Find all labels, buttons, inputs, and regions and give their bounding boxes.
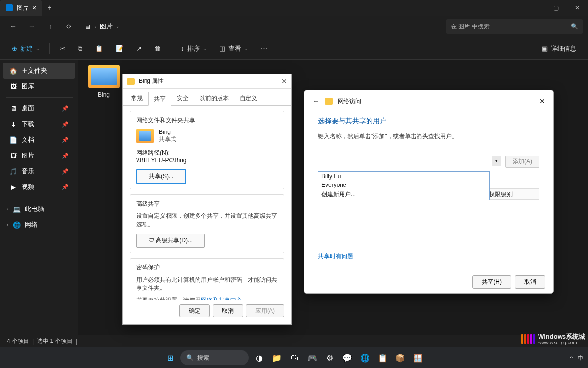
sidebar-item-home[interactable]: 🏠主文件夹 [3, 63, 75, 79]
search-input[interactable]: 在 图片 中搜索 🔍 [446, 19, 583, 34]
share-button[interactable]: 共享(S)... [136, 169, 186, 184]
close-tab-icon[interactable]: × [32, 4, 36, 12]
taskbar-app[interactable]: 📦 [393, 350, 408, 365]
share-button[interactable]: ↗ [131, 41, 147, 56]
rename-button[interactable]: 📝 [111, 41, 128, 56]
monitor-icon: 🖥 [84, 23, 91, 30]
dialog-tabs: 常规 共享 安全 以前的版本 自定义 [123, 89, 291, 106]
document-icon: 📄 [10, 136, 17, 143]
up-button[interactable]: ↑ [42, 19, 59, 34]
sidebar-item-music[interactable]: 🎵音乐📌 [3, 163, 75, 179]
dialog-titlebar[interactable]: ← 网络访问 ✕ [304, 90, 553, 112]
separator [6, 97, 73, 98]
col-permission[interactable]: 权限级别 [485, 189, 539, 199]
back-button[interactable]: ← [5, 19, 22, 34]
tab-security[interactable]: 安全 [172, 92, 194, 105]
new-tab-button[interactable]: + [42, 3, 56, 12]
dropdown-option[interactable]: Everyone [318, 181, 489, 189]
ok-button[interactable]: 确定 [179, 304, 210, 317]
taskbar-app[interactable]: 📋 [375, 350, 390, 365]
dialog-hint: 键入名称，然后单击"添加"，或者单击箭头查找用户。 [318, 132, 539, 141]
cancel-button[interactable]: 取消 [515, 275, 545, 289]
breadcrumb-item[interactable]: 图片 [100, 22, 113, 31]
close-window-button[interactable]: ✕ [566, 4, 588, 11]
system-tray[interactable]: ^ 中 [570, 354, 583, 362]
folder-icon [325, 98, 333, 105]
taskbar-app[interactable]: 💬 [340, 350, 355, 365]
window-tab[interactable]: 图片 × [0, 0, 42, 16]
user-input[interactable] [318, 156, 492, 166]
tab-sharing[interactable]: 共享 [148, 92, 171, 106]
view-button[interactable]: ◫ 查看 ⌄ [215, 41, 253, 56]
sidebar-item-network[interactable]: ›🌐网络 [0, 217, 78, 233]
sidebar-item-documents[interactable]: 📄文档📌 [3, 132, 75, 148]
item-name: Bing [159, 129, 176, 135]
back-icon[interactable]: ← [312, 97, 320, 105]
user-input-row: ▾ 添加(A) [318, 156, 539, 168]
new-button[interactable]: ⊕ 新建 ⌄ [7, 41, 45, 56]
add-button[interactable]: 添加(A) [505, 156, 539, 168]
details-icon: ▣ [542, 45, 548, 52]
sidebar-item-pictures[interactable]: 🖼图片📌 [3, 148, 75, 163]
user-combobox[interactable]: ▾ [318, 156, 501, 166]
navigation-bar: ← → ↑ ⟳ 🖥 › 图片 › 在 图片 中搜索 🔍 [0, 16, 588, 37]
minimize-button[interactable]: — [523, 4, 545, 11]
chevron-right-icon: › [95, 24, 96, 29]
sort-button[interactable]: ↕ 排序 ⌄ [176, 41, 212, 56]
tray-lang-icon[interactable]: 中 [578, 354, 583, 362]
taskbar-app[interactable]: 🌐 [358, 350, 372, 365]
more-button[interactable]: ⋯ [256, 41, 272, 56]
dropdown-option[interactable]: Billy Fu [318, 172, 489, 181]
group-heading: 密码保护 [136, 263, 278, 272]
refresh-button[interactable]: ⟳ [61, 19, 77, 34]
start-button[interactable]: ⊞ [163, 350, 177, 365]
taskbar-app[interactable]: 📁 [270, 350, 284, 365]
password-text-1: 用户必须具有此计算机的用户帐户和密码，才能访问共享文件夹。 [136, 276, 278, 292]
dialog-titlebar[interactable]: Bing 属性 ✕ [123, 74, 291, 89]
sidebar-item-desktop[interactable]: 🖥桌面📌 [3, 101, 75, 116]
delete-button[interactable]: 🗑 [149, 41, 166, 56]
separator [6, 198, 73, 198]
taskbar-app[interactable]: 🛍 [287, 350, 302, 365]
task-view-button[interactable]: ◑ [252, 350, 267, 365]
folder-label: Bing [98, 91, 110, 98]
tab-previous-versions[interactable]: 以前的版本 [195, 92, 234, 105]
share-button[interactable]: 共享(H) [472, 275, 511, 289]
taskbar-app[interactable]: 🎮 [305, 350, 319, 365]
chevron-down-icon: ⌄ [244, 46, 248, 51]
cancel-button[interactable]: 取消 [213, 304, 243, 317]
sidebar-item-gallery[interactable]: 🖼图库 [3, 79, 75, 94]
breadcrumb[interactable]: 🖥 › 图片 › [84, 22, 119, 31]
cut-button[interactable]: ✂ [55, 41, 70, 56]
pin-icon: 📌 [62, 153, 69, 159]
taskbar-app[interactable]: ⚙ [322, 350, 337, 365]
folder-item[interactable]: Bing [83, 65, 124, 98]
close-icon[interactable]: ✕ [539, 97, 545, 105]
details-pane-button[interactable]: ▣ 详细信息 [537, 41, 581, 56]
taskbar-search[interactable]: 🔍搜索 [180, 350, 249, 365]
watermark-title: Windows系统城 [538, 333, 585, 340]
chevron-down-icon[interactable]: ▾ [492, 156, 501, 166]
dropdown-option[interactable]: 创建新用户... [318, 189, 489, 200]
forward-button[interactable]: → [24, 19, 40, 34]
sidebar-item-downloads[interactable]: ⬇下载📌 [3, 116, 75, 132]
taskbar-app[interactable]: 🪟 [411, 350, 425, 365]
network-share-group: 网络文件和文件夹共享 Bing 共享式 网络路径(N): \\BILLYFU-P… [130, 111, 284, 189]
watermark: Windows系统城 www.wxcLgg.com [521, 333, 585, 345]
paste-button[interactable]: 📋 [90, 41, 108, 56]
tray-chevron-icon[interactable]: ^ [570, 355, 573, 361]
sidebar-item-thispc[interactable]: ›💻此电脑 [0, 201, 78, 217]
dialog-title: 网络访问 [338, 97, 361, 105]
search-icon: 🔍 [186, 354, 194, 361]
pc-icon: 💻 [13, 206, 20, 212]
copy-button[interactable]: ⧉ [73, 41, 87, 56]
watermark-url: www.wxcLgg.com [538, 340, 585, 345]
help-link[interactable]: 共享时有问题 [318, 253, 353, 260]
close-icon[interactable]: ✕ [281, 78, 287, 85]
maximize-button[interactable]: ▢ [545, 4, 566, 11]
tab-general[interactable]: 常规 [126, 92, 147, 105]
apply-button[interactable]: 应用(A) [246, 304, 284, 317]
sidebar-item-videos[interactable]: ▶视频📌 [3, 179, 75, 195]
advanced-share-button[interactable]: 🛡 高级共享(D)... [136, 234, 205, 248]
tab-customize[interactable]: 自定义 [235, 92, 262, 105]
